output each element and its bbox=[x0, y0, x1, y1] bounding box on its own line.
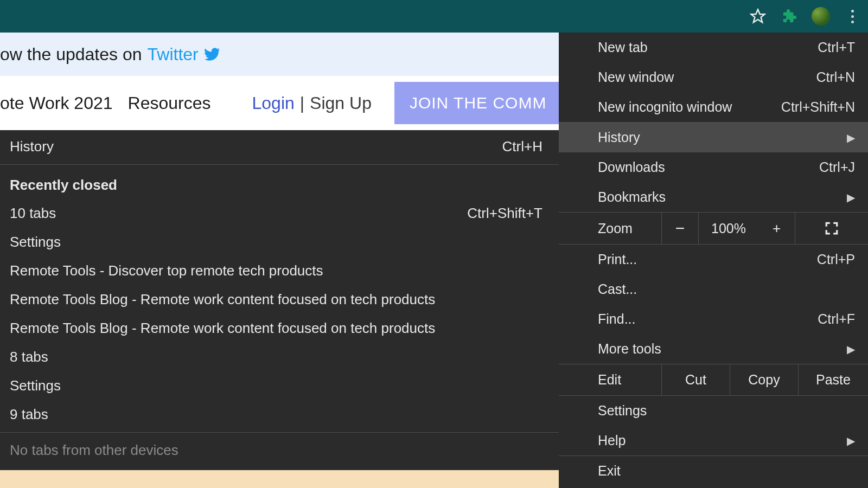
menu-help[interactable]: Help ▶ bbox=[559, 426, 868, 455]
browser-toolbar bbox=[0, 0, 868, 33]
menu-cast[interactable]: Cast... bbox=[559, 274, 868, 304]
menu-find[interactable]: Find... Ctrl+F bbox=[559, 304, 868, 334]
recently-closed-item[interactable]: Settings bbox=[0, 228, 559, 256]
login-link[interactable]: Login bbox=[252, 93, 294, 113]
twitter-link[interactable]: Twitter bbox=[148, 44, 220, 65]
recently-closed-item[interactable]: 10 tabs Ctrl+Shift+T bbox=[0, 199, 559, 228]
menu-bookmarks[interactable]: Bookmarks ▶ bbox=[559, 182, 868, 212]
banner-text: ow the updates on bbox=[0, 44, 142, 65]
edit-copy-button[interactable]: Copy bbox=[730, 364, 799, 395]
zoom-in-button[interactable]: + bbox=[758, 213, 795, 244]
menu-downloads[interactable]: Downloads Ctrl+J bbox=[559, 152, 868, 182]
menu-separator bbox=[0, 432, 559, 433]
no-tabs-from-devices: No tabs from other devices bbox=[0, 436, 559, 465]
menu-new-tab[interactable]: New tab Ctrl+T bbox=[559, 33, 868, 62]
history-shortcut: Ctrl+H bbox=[502, 138, 542, 155]
bookmark-star-icon[interactable] bbox=[749, 7, 767, 25]
zoom-level: 100% bbox=[699, 213, 758, 244]
nav-separator: | bbox=[300, 93, 304, 113]
history-submenu: History Ctrl+H Recently closed 10 tabs C… bbox=[0, 130, 559, 470]
chevron-right-icon: ▶ bbox=[847, 434, 855, 447]
profile-avatar[interactable] bbox=[812, 7, 830, 25]
fullscreen-button[interactable] bbox=[795, 213, 868, 244]
history-label: History bbox=[10, 138, 54, 155]
menu-zoom-row: Zoom − 100% + bbox=[559, 212, 868, 245]
menu-exit[interactable]: Exit bbox=[559, 456, 868, 486]
zoom-label: Zoom bbox=[559, 213, 662, 244]
recently-closed-item[interactable]: Settings bbox=[0, 371, 559, 400]
menu-history[interactable]: History ▶ bbox=[559, 123, 868, 152]
edit-label: Edit bbox=[559, 364, 662, 395]
fullscreen-icon bbox=[825, 221, 839, 235]
recently-closed-item[interactable]: Remote Tools - Discover top remote tech … bbox=[0, 256, 559, 285]
menu-more-tools[interactable]: More tools ▶ bbox=[559, 334, 868, 364]
kebab-menu-icon[interactable] bbox=[843, 7, 861, 25]
edit-cut-button[interactable]: Cut bbox=[662, 364, 730, 395]
menu-print[interactable]: Print... Ctrl+P bbox=[559, 245, 868, 274]
nav-item-resources[interactable]: Resources bbox=[128, 93, 211, 113]
nav-item-remote-work[interactable]: ote Work 2021 bbox=[0, 93, 113, 113]
menu-settings[interactable]: Settings bbox=[559, 396, 868, 426]
page-banner: ow the updates on Twitter bbox=[0, 33, 586, 76]
chrome-main-menu: New tab Ctrl+T New window Ctrl+N New inc… bbox=[559, 33, 868, 488]
recently-closed-item[interactable]: Remote Tools Blog - Remote work content … bbox=[0, 314, 559, 343]
recently-closed-item[interactable]: 9 tabs bbox=[0, 400, 559, 429]
recently-closed-heading: Recently closed bbox=[0, 168, 559, 199]
edit-paste-button[interactable]: Paste bbox=[799, 364, 868, 395]
chevron-right-icon: ▶ bbox=[847, 343, 855, 356]
join-community-button[interactable]: JOIN THE COMM bbox=[394, 82, 561, 124]
recently-closed-item[interactable]: 8 tabs bbox=[0, 343, 559, 371]
menu-separator bbox=[0, 164, 559, 165]
extensions-puzzle-icon[interactable] bbox=[780, 7, 799, 25]
chevron-right-icon: ▶ bbox=[847, 131, 855, 144]
twitter-icon bbox=[204, 46, 220, 62]
chevron-right-icon: ▶ bbox=[847, 191, 855, 204]
recently-closed-item[interactable]: Remote Tools Blog - Remote work content … bbox=[0, 285, 559, 314]
menu-new-window[interactable]: New window Ctrl+N bbox=[559, 62, 868, 92]
menu-new-incognito[interactable]: New incognito window Ctrl+Shift+N bbox=[559, 92, 868, 122]
signup-link[interactable]: Sign Up bbox=[310, 93, 372, 113]
svg-marker-0 bbox=[751, 10, 765, 23]
menu-edit-row: Edit Cut Copy Paste bbox=[559, 364, 868, 396]
zoom-out-button[interactable]: − bbox=[662, 213, 699, 244]
history-menu-item[interactable]: History Ctrl+H bbox=[0, 132, 559, 161]
